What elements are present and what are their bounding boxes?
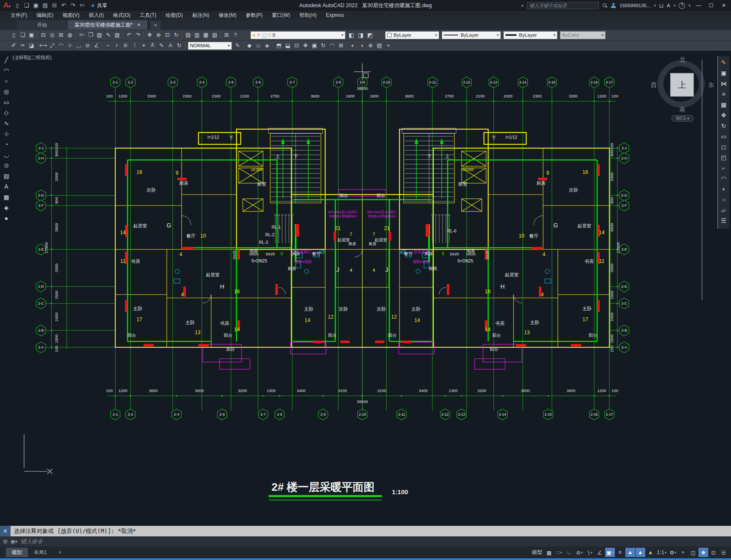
toolbar-icon[interactable]: ▥ [193,31,201,39]
tab-start[interactable]: 开始 [17,20,68,30]
tool-icon[interactable]: ✎ [233,41,242,50]
dim-tool-icon[interactable]: ⌖ [139,41,148,50]
qat-icon[interactable]: ▤ [41,1,49,10]
toolbar-icon[interactable]: ▤ [184,31,193,39]
qat-icon[interactable]: ▣ [32,1,40,10]
toolbar-icon[interactable]: ▦ [201,31,210,39]
modify-tool-icon[interactable]: ✥ [719,111,728,120]
draw-tool-icon[interactable]: ◠ [2,66,11,75]
qat-icon[interactable]: ↶ [60,1,68,10]
toolbar-icon[interactable]: ✥ [145,31,154,39]
toolbar-icon[interactable]: ◎ [48,31,57,39]
status-toggle[interactable]: ∷▾ [554,548,564,557]
draw-tool-icon[interactable]: ▦ [2,192,11,202]
toolbar-icon[interactable]: ❐ [86,31,95,39]
menu-绘图(D)[interactable]: 绘图(D) [161,12,188,19]
tool-icon[interactable]: ⬒ [274,41,283,50]
menu-修改(M)[interactable]: 修改(M) [214,12,241,19]
viewcube-west[interactable]: 西 [651,81,657,89]
toolbar-icon[interactable]: ▯ [9,31,18,39]
modify-tool-icon[interactable]: ▦ [719,100,728,109]
toolbar-icon[interactable]: ↷ [133,31,142,39]
viewcube-east[interactable]: 东 [708,81,714,89]
modify-tool-icon[interactable]: ☰ [719,216,728,225]
layer-tool-icon[interactable]: ◩ [365,30,375,40]
dim-tool-icon[interactable]: ✎ [157,41,166,50]
viewcube-south[interactable]: 南 [679,106,685,114]
status-toggle[interactable]: ▦ [544,548,554,557]
tool-icon[interactable]: ◈ [263,41,272,50]
toolbar-icon[interactable]: ⊡ [163,31,172,39]
add-layout-button[interactable]: + [53,548,68,557]
share-icon[interactable]: ✈ [91,3,95,9]
tool-icon[interactable]: ⊞ [337,41,345,50]
dim-tool-icon[interactable]: ⊘ [83,41,92,50]
dim-tool-icon[interactable]: ∠ [92,41,101,50]
search-input[interactable]: 键入关键字或短语 [527,2,599,9]
status-toggle[interactable]: ☰ [719,548,728,557]
draw-tool-icon[interactable]: ◔ [2,140,11,149]
tool-icon[interactable]: ✥ [301,41,310,50]
viewcube-top-face[interactable]: 上 [670,73,694,97]
status-toggle[interactable]: + [678,548,688,557]
toolbar-icon[interactable]: ↻ [172,31,181,39]
view-cube[interactable]: 北 南 西 东 上 [654,57,710,113]
tool-icon[interactable]: ⊕ [366,41,375,50]
draw-tool-icon[interactable]: ⊹ [2,129,11,138]
dim-tool-icon[interactable]: ◠ [57,41,65,50]
layer-state-icon[interactable]: ☀ [257,32,261,38]
status-toggle[interactable]: ∟ [565,548,574,557]
modify-tool-icon[interactable]: ⌐ [719,163,728,173]
modify-tool-icon[interactable]: ◰ [719,153,728,162]
recent-commands-icon[interactable]: ▣▾ [11,539,17,544]
dim-tool-icon[interactable]: ⊹ [65,41,74,50]
tool-icon[interactable]: ◆ [245,41,254,50]
menu-帮助(H)[interactable]: 帮助(H) [295,12,321,19]
modify-tool-icon[interactable]: ◠ [719,174,728,183]
dim-tool-icon[interactable]: ⌐ [104,41,113,50]
toolbar-icon[interactable]: ✎ [104,31,113,39]
qat-icon[interactable]: ▯ [13,1,22,10]
lineweight-dropdown[interactable]: ByLayer▾ [503,31,557,39]
dim-tool-icon[interactable]: ↻ [175,41,184,50]
draw-tool-icon[interactable]: ◡ [2,150,11,160]
modify-tool-icon[interactable]: ≡ [719,89,728,99]
layer-state-icon[interactable]: ▢ [262,32,266,38]
modify-tool-icon[interactable]: ◻ [719,142,728,151]
status-toggle[interactable]: ◫ [688,548,698,557]
menu-视图(V)[interactable]: 视图(V) [58,12,84,19]
tool-icon[interactable]: ◇ [254,41,263,50]
toolbar-icon[interactable]: ⊞ [222,31,231,39]
qat-icon[interactable]: ⊟ [50,1,59,10]
status-toggle[interactable]: ⊘▾ [575,548,584,557]
dim-tool-icon[interactable]: ✐ [9,41,18,50]
close-button[interactable]: ✕ [719,3,728,8]
draw-tool-icon[interactable]: ▭ [2,97,11,107]
dim-tool-icon[interactable]: ⟷ [39,41,48,50]
draw-tool-icon[interactable]: ● [2,214,11,223]
help-icon[interactable]: ? [679,3,685,9]
layer-dropdown[interactable]: ●☀▢⚿ 0▾ [250,31,345,39]
qat-icon[interactable]: ❏ [22,1,31,10]
tool-icon[interactable]: ▣ [310,41,319,50]
tab-document[interactable]: 某30层住宅楼供暖施工图*✕ [68,20,148,30]
search-icon[interactable] [602,3,607,8]
tool-icon[interactable]: ◐ [348,41,357,50]
toolbar-icon[interactable]: ▣ [27,31,36,39]
app-store-icon[interactable]: ⊔ [659,3,663,9]
command-input[interactable]: 键入命令 [21,538,43,545]
toolbar-icon[interactable]: ⊞ [57,31,65,39]
dim-tool-icon[interactable]: ≚ [148,41,157,50]
layer-state-icon[interactable]: ⚿ [268,32,271,38]
tool-icon[interactable]: ⬓ [283,41,292,50]
layer-tool-icon[interactable]: ◨ [356,30,365,40]
status-toggle[interactable]: ▲ [636,548,645,557]
autodesk-menu-icon[interactable]: A [667,3,670,8]
command-close-icon[interactable]: ✕ [0,526,11,536]
qat-icon[interactable]: ↷ [69,1,77,10]
search-expand-icon[interactable]: ▸ [522,3,524,8]
dim-tool-icon[interactable]: ⤢ [48,41,57,50]
tool-icon[interactable]: ◑ [357,41,366,50]
draw-tool-icon[interactable]: ○ [2,76,11,86]
maximize-button[interactable]: ☐ [707,3,716,8]
